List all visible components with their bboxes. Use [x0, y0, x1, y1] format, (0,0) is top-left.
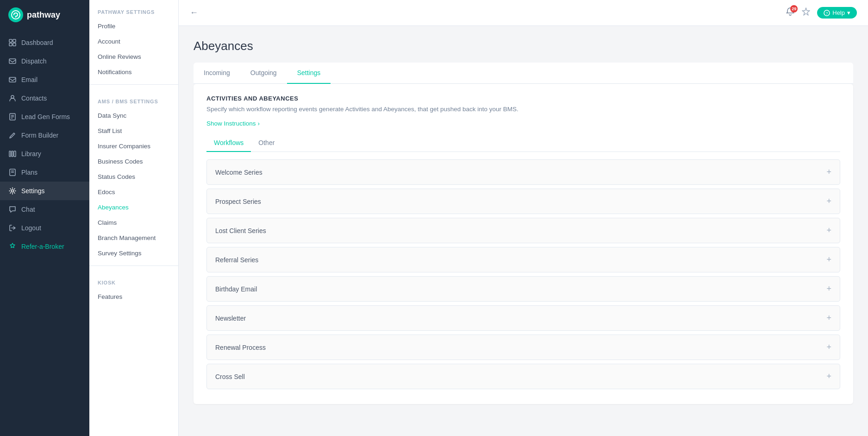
settings-nav-online-reviews[interactable]: Online Reviews: [89, 49, 178, 64]
workflow-item-prospect-series[interactable]: Prospect Series +: [206, 189, 840, 214]
sidebar-item-lead-gen-forms-label: Lead Gen Forms: [21, 113, 70, 120]
sidebar-item-library[interactable]: Library: [0, 145, 89, 163]
settings-divider-1: [89, 84, 178, 85]
sidebar-item-logout[interactable]: Logout: [0, 219, 89, 237]
sidebar-item-contacts-label: Contacts: [21, 95, 47, 102]
workflow-expand-referral-series[interactable]: +: [826, 255, 831, 265]
svg-point-7: [11, 95, 14, 98]
svg-rect-5: [9, 59, 16, 63]
main-content: ← 29 ? Help ▾ Abeyances Incoming Outgoin…: [179, 0, 868, 436]
svg-rect-13: [12, 151, 13, 157]
svg-rect-1: [9, 39, 12, 42]
workflow-expand-renewal-process[interactable]: +: [826, 342, 831, 352]
workflow-item-referral-series[interactable]: Referral Series +: [206, 247, 840, 272]
svg-rect-4: [13, 43, 16, 46]
tab-incoming[interactable]: Incoming: [194, 63, 240, 84]
workflow-expand-prospect-series[interactable]: +: [826, 196, 831, 206]
settings-nav-branch-management[interactable]: Branch Management: [89, 230, 178, 246]
logout-icon: [8, 224, 17, 232]
sidebar-item-settings[interactable]: Settings: [0, 182, 89, 200]
help-chevron: ▾: [847, 9, 850, 16]
logo-icon: [8, 7, 23, 22]
sidebar-item-settings-label: Settings: [21, 187, 45, 195]
logo[interactable]: pathway: [0, 0, 89, 30]
contacts-icon: [8, 94, 17, 102]
settings-icon: [8, 187, 17, 195]
workflow-item-lost-client-series[interactable]: Lost Client Series +: [206, 218, 840, 243]
svg-rect-2: [13, 39, 16, 42]
settings-nav-data-sync[interactable]: Data Sync: [89, 108, 178, 123]
settings-nav-survey-settings[interactable]: Survey Settings: [89, 246, 178, 261]
notification-button[interactable]: 29: [786, 7, 795, 19]
kiosk-section: KIOSK Features: [89, 271, 178, 304]
sidebar-item-refer-a-broker[interactable]: Refer-a-Broker: [0, 237, 89, 256]
workflow-expand-lost-client-series[interactable]: +: [826, 226, 831, 235]
form-builder-icon: [8, 131, 17, 139]
notification-badge: 29: [790, 5, 798, 13]
sidebar-item-dashboard[interactable]: Dashboard: [0, 33, 89, 52]
workflow-item-welcome-series[interactable]: Welcome Series +: [206, 159, 840, 185]
refer-a-broker-icon: [8, 242, 17, 251]
workflow-expand-birthday-email[interactable]: +: [826, 284, 831, 294]
workflow-label-welcome-series: Welcome Series: [215, 169, 262, 176]
svg-rect-3: [9, 43, 12, 46]
settings-nav-status-codes[interactable]: Status Codes: [89, 169, 178, 184]
topbar-left: ←: [190, 8, 198, 18]
settings-nav-claims[interactable]: Claims: [89, 215, 178, 230]
settings-nav-notifications[interactable]: Notifications: [89, 64, 178, 80]
sidebar-item-lead-gen-forms[interactable]: Lead Gen Forms: [0, 107, 89, 126]
workflow-label-referral-series: Referral Series: [215, 256, 258, 264]
card-description: Specify which workflow reporting events …: [206, 106, 840, 113]
sidebar-item-dispatch[interactable]: Dispatch: [0, 52, 89, 70]
inner-tab-workflows[interactable]: Workflows: [206, 135, 251, 152]
workflow-label-cross-sell: Cross Sell: [215, 373, 245, 380]
tab-settings[interactable]: Settings: [287, 63, 331, 84]
workflow-expand-welcome-series[interactable]: +: [826, 167, 831, 177]
dashboard-icon: [8, 38, 17, 47]
inner-tab-other[interactable]: Other: [251, 135, 282, 152]
chevron-right-icon: ›: [258, 120, 260, 127]
sidebar-item-chat[interactable]: Chat: [0, 200, 89, 219]
settings-nav-profile[interactable]: Profile: [89, 19, 178, 34]
settings-nav-business-codes[interactable]: Business Codes: [89, 154, 178, 169]
help-button[interactable]: ? Help ▾: [817, 7, 857, 19]
settings-divider-2: [89, 265, 178, 266]
settings-nav-edocs[interactable]: Edocs: [89, 184, 178, 200]
workflow-expand-newsletter[interactable]: +: [826, 313, 831, 323]
page-content-area: Abeyances Incoming Outgoing Settings ACT…: [179, 26, 868, 436]
card-section-title: ACTIVITIES AND ABEYANCES: [206, 95, 840, 102]
settings-nav-features[interactable]: Features: [89, 289, 178, 304]
sidebar-item-contacts[interactable]: Contacts: [0, 89, 89, 107]
settings-nav-account[interactable]: Account: [89, 34, 178, 49]
sidebar-item-dashboard-label: Dashboard: [21, 39, 53, 46]
workflow-item-newsletter[interactable]: Newsletter +: [206, 305, 840, 331]
settings-nav-insurer-companies[interactable]: Insurer Companies: [89, 139, 178, 154]
ams-bms-settings-section: AMS / BMS SETTINGS Data Sync Staff List …: [89, 89, 178, 261]
sidebar-item-chat-label: Chat: [21, 206, 35, 213]
sidebar-item-form-builder[interactable]: Form Builder: [0, 126, 89, 145]
show-instructions-link[interactable]: Show Instructions ›: [206, 120, 260, 127]
svg-point-0: [12, 11, 20, 19]
plans-icon: [8, 168, 17, 177]
email-icon: [8, 76, 17, 84]
settings-nav-abeyances[interactable]: Abeyances: [89, 200, 178, 215]
kiosk-title: KIOSK: [89, 271, 178, 289]
back-button[interactable]: ←: [190, 8, 198, 18]
sidebar-item-plans[interactable]: Plans: [0, 163, 89, 182]
sidebar-item-logout-label: Logout: [21, 224, 41, 232]
workflow-expand-cross-sell[interactable]: +: [826, 372, 831, 381]
workflow-label-lost-client-series: Lost Client Series: [215, 227, 266, 234]
inner-tabs: Workflows Other: [206, 135, 840, 152]
tab-outgoing[interactable]: Outgoing: [240, 63, 287, 84]
page-title: Abeyances: [194, 39, 853, 53]
workflow-item-cross-sell[interactable]: Cross Sell +: [206, 364, 840, 389]
sidebar-item-email[interactable]: Email: [0, 70, 89, 89]
workflow-item-birthday-email[interactable]: Birthday Email +: [206, 276, 840, 302]
pathway-settings-title: PATHWAY SETTINGS: [89, 0, 178, 19]
workflow-item-renewal-process[interactable]: Renewal Process +: [206, 335, 840, 360]
page-tabs: Incoming Outgoing Settings: [194, 63, 853, 84]
settings-nav-staff-list[interactable]: Staff List: [89, 123, 178, 139]
workflow-label-prospect-series: Prospect Series: [215, 198, 261, 205]
sidebar-item-email-label: Email: [21, 76, 37, 83]
favorite-button[interactable]: [801, 7, 811, 19]
